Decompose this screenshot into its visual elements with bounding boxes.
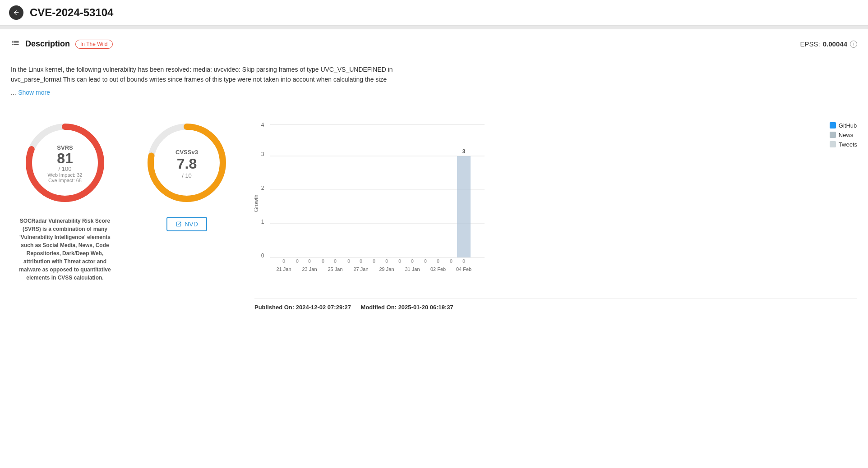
svg-text:3: 3	[462, 148, 466, 155]
separator-bar	[0, 26, 868, 29]
main-content: Description In The Wild EPSS: 0.00044 i …	[0, 29, 868, 320]
svg-text:0: 0	[437, 259, 439, 264]
legend-news: News	[830, 132, 857, 138]
svg-text:29 Jan: 29 Jan	[379, 266, 394, 272]
svg-text:1: 1	[261, 219, 264, 225]
epss-value: 0.00044	[823, 40, 847, 48]
cvss-value: 7.8	[177, 155, 197, 171]
svg-text:2: 2	[261, 185, 264, 191]
legend-github: GitHub	[830, 122, 857, 129]
news-label: News	[839, 132, 854, 138]
growth-chart-svg: 0 1 2 3 4 Growth 21 J	[254, 118, 489, 289]
svg-text:0: 0	[424, 259, 427, 264]
chart-section: 0 1 2 3 4 Growth 21 J	[254, 118, 857, 311]
svrs-max: / 100	[48, 165, 83, 172]
description-text: In the Linux kernel, the following vulne…	[11, 64, 417, 85]
svg-text:Growth: Growth	[254, 194, 259, 212]
list-icon	[11, 38, 20, 50]
svg-text:0: 0	[322, 259, 324, 264]
svg-text:0: 0	[282, 259, 285, 264]
cvss-donut: CVSSv3 7.8 / 10	[142, 118, 232, 210]
svg-text:0: 0	[296, 259, 299, 264]
svrs-value: 81	[48, 151, 83, 165]
tweets-label: Tweets	[839, 141, 857, 148]
epss-section: EPSS: 0.00044 i	[800, 40, 857, 48]
epss-info-icon[interactable]: i	[850, 41, 857, 48]
nvd-button[interactable]: NVD	[166, 217, 207, 231]
svg-text:0: 0	[308, 259, 311, 264]
svrs-center-text: SVRS 81 / 100 Web Impact: 32 Cve Impact:…	[48, 144, 83, 183]
cvss-label: CVSSv3	[175, 148, 198, 155]
scores-row: SVRS 81 / 100 Web Impact: 32 Cve Impact:…	[11, 118, 857, 311]
svrs-donut: SVRS 81 / 100 Web Impact: 32 Cve Impact:…	[20, 118, 110, 210]
description-left: Description In The Wild	[11, 38, 113, 50]
svrs-description: SOCRadar Vulnerability Risk Score (SVRS)…	[15, 217, 115, 282]
svrs-cve-impact: Cve Impact: 68	[48, 178, 83, 183]
modified-value: 2025-01-20 06:19:37	[398, 304, 453, 311]
svg-text:0: 0	[261, 252, 264, 259]
description-header: Description In The Wild EPSS: 0.00044 i	[11, 38, 857, 50]
svg-text:0: 0	[373, 259, 375, 264]
chart-wrapper: 0 1 2 3 4 Growth 21 J	[254, 118, 857, 291]
cvss-section: CVSSv3 7.8 / 10 NVD	[137, 118, 236, 231]
svg-text:0: 0	[334, 259, 337, 264]
published-value: 2024-12-02 07:29:27	[296, 304, 351, 311]
published-label: Published On:	[254, 304, 294, 311]
svrs-section: SVRS 81 / 100 Web Impact: 32 Cve Impact:…	[11, 118, 119, 282]
legend-tweets: Tweets	[830, 141, 857, 148]
modified-label: Modified On:	[361, 304, 397, 311]
cve-title: CVE-2024-53104	[30, 6, 113, 19]
divider	[11, 57, 857, 57]
svg-text:27 Jan: 27 Jan	[353, 266, 368, 272]
cvss-center-text: CVSSv3 7.8 / 10	[175, 148, 198, 179]
show-more-link[interactable]: Show more	[18, 89, 50, 96]
ellipsis: ...	[11, 89, 16, 96]
svg-text:0: 0	[450, 259, 452, 264]
svg-text:0: 0	[347, 259, 350, 264]
epss-label: EPSS:	[800, 40, 820, 48]
svg-text:4: 4	[261, 122, 264, 128]
description-label: Description	[25, 39, 70, 49]
svg-rect-38	[457, 156, 471, 257]
chart-legend: GitHub News Tweets	[830, 118, 857, 148]
svg-text:0: 0	[411, 259, 414, 264]
svg-text:3: 3	[261, 151, 264, 157]
github-label: GitHub	[839, 122, 857, 129]
svrs-web-impact: Web Impact: 32	[48, 172, 83, 178]
footer-dates: Published On: 2024-12-02 07:29:27 Modifi…	[254, 298, 857, 311]
svg-text:04 Feb: 04 Feb	[456, 266, 471, 272]
svg-text:23 Jan: 23 Jan	[302, 266, 317, 272]
back-button[interactable]	[9, 5, 23, 20]
show-more-row: ... Show more	[11, 88, 857, 107]
tweets-color	[830, 141, 836, 147]
github-color	[830, 122, 836, 128]
svg-text:25 Jan: 25 Jan	[328, 266, 342, 272]
svg-text:02 Feb: 02 Feb	[430, 266, 446, 272]
in-the-wild-badge: In The Wild	[75, 40, 112, 49]
nvd-label: NVD	[185, 220, 198, 228]
svg-text:0: 0	[360, 259, 362, 264]
svg-text:0: 0	[385, 259, 388, 264]
chart-area: 0 1 2 3 4 Growth 21 J	[254, 118, 821, 291]
svg-text:0: 0	[462, 259, 465, 264]
svg-text:0: 0	[398, 259, 401, 264]
svg-text:21 Jan: 21 Jan	[276, 266, 291, 272]
cvss-max: / 10	[175, 172, 198, 179]
news-color	[830, 132, 836, 138]
svg-text:31 Jan: 31 Jan	[405, 266, 420, 272]
page-header: CVE-2024-53104	[0, 0, 868, 26]
